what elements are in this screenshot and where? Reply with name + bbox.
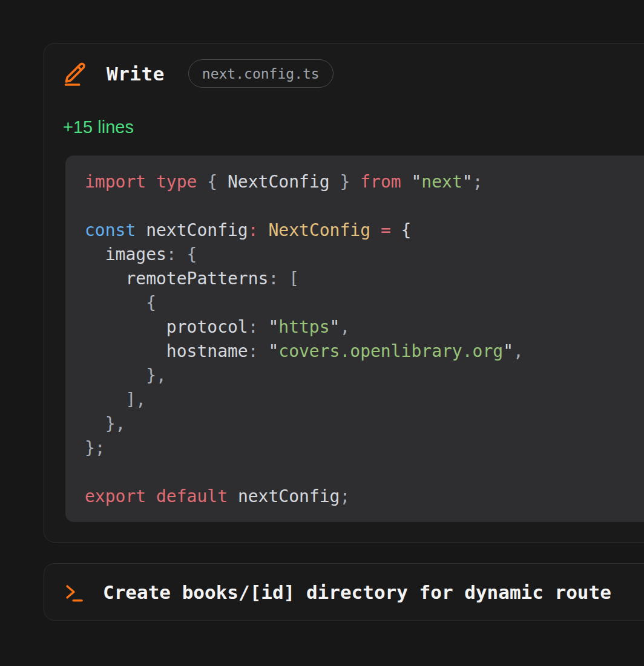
code-line: [85, 194, 644, 218]
code-line: {: [85, 291, 644, 315]
write-tool-header: Write next.config.ts: [63, 59, 644, 88]
code-line: remotePatterns: [: [85, 267, 644, 291]
code-line: images: {: [85, 243, 644, 267]
added-lines-stat: +15 lines: [63, 117, 644, 138]
file-badge: next.config.ts: [188, 59, 334, 88]
code-line: },: [85, 412, 644, 436]
pencil-line-icon: [63, 60, 88, 87]
tool-title: Write: [107, 63, 165, 85]
command-text: Create books/[id] directory for dynamic …: [103, 581, 611, 603]
code-line: },: [85, 364, 644, 388]
command-card[interactable]: Create books/[id] directory for dynamic …: [44, 563, 644, 621]
code-line: ],: [85, 388, 644, 412]
code-line: [85, 460, 644, 485]
code-line: protocol: "https",: [85, 315, 644, 339]
code-line: const nextConfig: NextConfig = {: [85, 218, 644, 243]
code-line: hostname: "covers.openlibrary.org",: [85, 339, 644, 364]
write-tool-card[interactable]: Write next.config.ts +15 lines import ty…: [44, 43, 644, 543]
code-block: import type { NextConfig } from "next";c…: [65, 155, 644, 522]
code-line: export default nextConfig;: [85, 485, 644, 509]
code-line: };: [85, 436, 644, 460]
code-line: import type { NextConfig } from "next";: [85, 170, 644, 194]
terminal-icon: [64, 581, 86, 603]
